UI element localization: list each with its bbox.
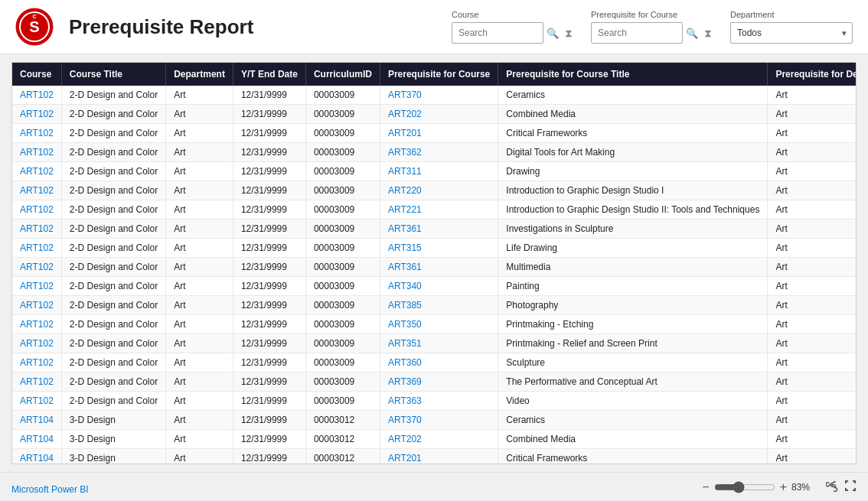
table-cell: Art xyxy=(166,105,233,124)
table-cell: 2-D Design and Color xyxy=(61,258,165,277)
table-cell: Art xyxy=(166,162,233,181)
table-cell: 00003009 xyxy=(305,162,380,181)
table-cell: 2-D Design and Color xyxy=(61,296,165,315)
department-select[interactable]: Todos Art Biology Chemistry English Hist… xyxy=(730,22,853,44)
table-cell: Art xyxy=(166,86,233,105)
table-cell: Art xyxy=(166,124,233,143)
table-cell[interactable]: ART370 xyxy=(380,86,498,105)
table-cell: Art xyxy=(768,239,856,258)
table-cell[interactable]: ART363 xyxy=(380,392,498,411)
table-cell[interactable]: ART102 xyxy=(12,372,61,392)
zoom-slider[interactable] xyxy=(714,481,775,493)
table-cell[interactable]: ART102 xyxy=(12,296,61,315)
table-row: ART1022-D Design and ColorArt12/31/99990… xyxy=(12,181,856,200)
table-cell[interactable]: ART360 xyxy=(380,353,498,372)
table-cell[interactable]: ART102 xyxy=(12,105,61,124)
table-cell: 12/31/9999 xyxy=(233,181,305,200)
course-search-icon[interactable]: 🔍 xyxy=(547,28,559,39)
table-cell: Art xyxy=(166,181,233,200)
table-container[interactable]: Course Course Title Department Y/T End D… xyxy=(12,63,856,464)
table-cell[interactable]: ART102 xyxy=(12,143,61,162)
table-cell: Art xyxy=(768,258,856,277)
table-cell[interactable]: ART369 xyxy=(380,372,498,392)
table-cell[interactable]: ART362 xyxy=(380,143,498,162)
table-cell: 2-D Design and Color xyxy=(61,86,165,105)
department-filter-group: Department Todos Art Biology Chemistry E… xyxy=(730,10,853,44)
course-filter-button[interactable]: ⧗ xyxy=(562,25,576,41)
table-cell[interactable]: ART102 xyxy=(12,277,61,296)
table-cell[interactable]: ART385 xyxy=(380,296,498,315)
fullscreen-icon[interactable] xyxy=(844,480,857,494)
table-cell: 00003012 xyxy=(305,449,380,464)
table-cell: Art xyxy=(166,239,233,258)
table-cell: 00003009 xyxy=(305,181,380,200)
course-filter-group: Course 🔍 ⧗ xyxy=(452,10,576,44)
zoom-minus-button[interactable]: − xyxy=(702,481,709,493)
table-cell: 00003009 xyxy=(305,372,380,392)
table-cell[interactable]: ART102 xyxy=(12,239,61,258)
table-cell: Art xyxy=(166,353,233,372)
report-area: Course Course Title Department Y/T End D… xyxy=(11,62,857,464)
table-cell[interactable]: ART102 xyxy=(12,86,61,105)
table-cell[interactable]: ART102 xyxy=(12,315,61,334)
table-cell: Ceramics xyxy=(498,411,768,430)
table-cell[interactable]: ART104 xyxy=(12,430,61,449)
table-cell[interactable]: ART102 xyxy=(12,124,61,143)
table-cell[interactable]: ART102 xyxy=(12,200,61,220)
table-cell[interactable]: ART361 xyxy=(380,220,498,239)
table-cell[interactable]: ART102 xyxy=(12,258,61,277)
table-cell: Art xyxy=(768,411,856,430)
table-cell[interactable]: ART221 xyxy=(380,200,498,220)
table-cell[interactable]: ART102 xyxy=(12,220,61,239)
table-cell[interactable]: ART102 xyxy=(12,334,61,353)
table-cell[interactable]: ART202 xyxy=(380,105,498,124)
table-cell: 12/31/9999 xyxy=(233,411,305,430)
share-icon[interactable] xyxy=(826,480,838,494)
table-cell[interactable]: ART102 xyxy=(12,392,61,411)
table-cell: 00003009 xyxy=(305,296,380,315)
table-cell: Art xyxy=(166,258,233,277)
table-row: ART1022-D Design and ColorArt12/31/99990… xyxy=(12,392,856,411)
table-cell[interactable]: ART370 xyxy=(380,411,498,430)
zoom-plus-button[interactable]: + xyxy=(780,481,787,493)
prereq-filter-label: Prerequisite for Course xyxy=(591,10,715,19)
table-cell: Ceramics xyxy=(498,86,768,105)
table-cell: Art xyxy=(166,449,233,464)
table-cell[interactable]: ART202 xyxy=(380,430,498,449)
table-cell[interactable]: ART315 xyxy=(380,239,498,258)
table-cell: Critical Frameworks xyxy=(498,124,768,143)
table-row: ART1022-D Design and ColorArt12/31/99990… xyxy=(12,143,856,162)
table-cell: 2-D Design and Color xyxy=(61,105,165,124)
university-logo: S C xyxy=(15,8,54,46)
table-cell[interactable]: ART104 xyxy=(12,411,61,430)
powerbi-link[interactable]: Microsoft Power BI xyxy=(11,484,89,495)
table-cell[interactable]: ART361 xyxy=(380,258,498,277)
prereq-search-input[interactable] xyxy=(591,22,683,44)
table-cell[interactable]: ART102 xyxy=(12,181,61,200)
table-cell: 00003009 xyxy=(305,315,380,334)
table-row: ART1022-D Design and ColorArt12/31/99990… xyxy=(12,162,856,181)
prereq-search-icon[interactable]: 🔍 xyxy=(686,28,698,39)
col-header-curriculum-id: CurriculumID xyxy=(305,63,380,86)
table-cell: 00003009 xyxy=(305,86,380,105)
table-cell[interactable]: ART102 xyxy=(12,162,61,181)
course-filter-input-row: 🔍 ⧗ xyxy=(452,22,576,44)
prereq-filter-button[interactable]: ⧗ xyxy=(701,25,715,41)
course-search-input[interactable] xyxy=(452,22,543,44)
table-cell[interactable]: ART340 xyxy=(380,277,498,296)
table-cell[interactable]: ART351 xyxy=(380,334,498,353)
table-cell: Combined Media xyxy=(498,105,768,124)
table-cell: 00003009 xyxy=(305,143,380,162)
table-cell[interactable]: ART220 xyxy=(380,181,498,200)
table-cell[interactable]: ART104 xyxy=(12,449,61,464)
svg-text:C: C xyxy=(32,14,36,19)
table-cell[interactable]: ART350 xyxy=(380,315,498,334)
table-cell: Photography xyxy=(498,296,768,315)
table-cell: Drawing xyxy=(498,162,768,181)
col-header-prereq-title: Prerequisite for Course Title xyxy=(498,63,768,86)
table-cell[interactable]: ART311 xyxy=(380,162,498,181)
table-cell[interactable]: ART201 xyxy=(380,124,498,143)
page-title: Prerequisite Report xyxy=(69,15,253,39)
table-cell[interactable]: ART102 xyxy=(12,353,61,372)
table-cell[interactable]: ART201 xyxy=(380,449,498,464)
